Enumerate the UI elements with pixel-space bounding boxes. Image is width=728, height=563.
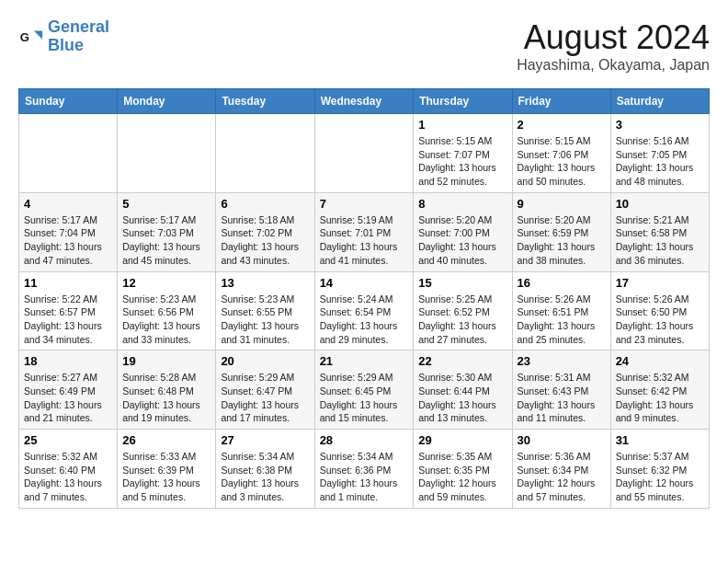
- calendar-cell: 1Sunrise: 5:15 AMSunset: 7:07 PMDaylight…: [414, 114, 512, 193]
- calendar-cell: 22Sunrise: 5:30 AMSunset: 6:44 PMDayligh…: [414, 350, 512, 430]
- day-number: 6: [221, 197, 309, 211]
- day-info: Sunrise: 5:18 AMSunset: 7:02 PMDaylight:…: [221, 213, 309, 268]
- calendar-cell: 20Sunrise: 5:29 AMSunset: 6:47 PMDayligh…: [216, 350, 314, 430]
- calendar-cell: 25Sunrise: 5:32 AMSunset: 6:40 PMDayligh…: [19, 430, 118, 509]
- week-row-4: 18Sunrise: 5:27 AMSunset: 6:49 PMDayligh…: [19, 350, 710, 430]
- day-number: 17: [616, 276, 704, 290]
- calendar-cell: 28Sunrise: 5:34 AMSunset: 6:36 PMDayligh…: [314, 430, 414, 509]
- day-info: Sunrise: 5:26 AMSunset: 6:50 PMDaylight:…: [616, 293, 704, 347]
- day-number: 8: [418, 197, 506, 211]
- day-info: Sunrise: 5:19 AMSunset: 7:01 PMDaylight:…: [320, 213, 409, 268]
- calendar-cell: 19Sunrise: 5:28 AMSunset: 6:48 PMDayligh…: [118, 350, 216, 430]
- week-row-1: 1Sunrise: 5:15 AMSunset: 7:07 PMDaylight…: [19, 114, 710, 193]
- day-number: 20: [221, 354, 309, 368]
- calendar-cell: 9Sunrise: 5:20 AMSunset: 6:59 PMDaylight…: [512, 192, 610, 271]
- day-info: Sunrise: 5:35 AMSunset: 6:35 PMDaylight:…: [418, 450, 506, 504]
- calendar-cell: 30Sunrise: 5:36 AMSunset: 6:34 PMDayligh…: [512, 430, 610, 509]
- day-number: 2: [518, 118, 606, 132]
- day-info: Sunrise: 5:30 AMSunset: 6:44 PMDaylight:…: [418, 371, 506, 425]
- calendar-cell: 6Sunrise: 5:18 AMSunset: 7:02 PMDaylight…: [216, 192, 314, 271]
- day-info: Sunrise: 5:37 AMSunset: 6:32 PMDaylight:…: [616, 450, 704, 504]
- day-info: Sunrise: 5:15 AMSunset: 7:06 PMDaylight:…: [518, 134, 606, 189]
- day-number: 10: [616, 197, 704, 211]
- day-number: 14: [320, 276, 409, 290]
- day-number: 30: [518, 433, 606, 447]
- weekday-header-tuesday: Tuesday: [216, 89, 314, 114]
- day-number: 16: [518, 276, 606, 290]
- day-info: Sunrise: 5:25 AMSunset: 6:52 PMDaylight:…: [418, 293, 506, 347]
- day-number: 26: [122, 433, 210, 447]
- calendar-cell: 26Sunrise: 5:33 AMSunset: 6:39 PMDayligh…: [118, 430, 216, 509]
- calendar-cell: 16Sunrise: 5:26 AMSunset: 6:51 PMDayligh…: [512, 271, 610, 350]
- calendar-cell: 24Sunrise: 5:32 AMSunset: 6:42 PMDayligh…: [610, 350, 709, 430]
- logo: G General Blue: [18, 18, 109, 55]
- calendar-cell: [19, 114, 118, 193]
- day-info: Sunrise: 5:20 AMSunset: 6:59 PMDaylight:…: [518, 213, 606, 268]
- day-number: 23: [518, 354, 606, 368]
- week-row-2: 4Sunrise: 5:17 AMSunset: 7:04 PMDaylight…: [19, 192, 710, 271]
- day-info: Sunrise: 5:34 AMSunset: 6:36 PMDaylight:…: [320, 450, 409, 504]
- day-number: 15: [418, 276, 506, 290]
- day-number: 3: [616, 118, 704, 132]
- week-row-3: 11Sunrise: 5:22 AMSunset: 6:57 PMDayligh…: [19, 271, 710, 350]
- calendar-cell: [118, 114, 216, 193]
- calendar-cell: 8Sunrise: 5:20 AMSunset: 7:00 PMDaylight…: [414, 192, 512, 271]
- svg-marker-1: [34, 30, 42, 39]
- day-number: 31: [616, 433, 704, 447]
- day-info: Sunrise: 5:15 AMSunset: 7:07 PMDaylight:…: [418, 134, 506, 189]
- day-info: Sunrise: 5:32 AMSunset: 6:42 PMDaylight:…: [616, 371, 704, 425]
- calendar-cell: 15Sunrise: 5:25 AMSunset: 6:52 PMDayligh…: [414, 271, 512, 350]
- day-number: 22: [418, 354, 506, 368]
- day-number: 11: [24, 276, 112, 290]
- month-title: August 2024: [517, 18, 710, 57]
- day-info: Sunrise: 5:29 AMSunset: 6:47 PMDaylight:…: [221, 371, 309, 425]
- day-info: Sunrise: 5:21 AMSunset: 6:58 PMDaylight:…: [616, 213, 704, 268]
- day-info: Sunrise: 5:33 AMSunset: 6:39 PMDaylight:…: [122, 450, 210, 504]
- day-info: Sunrise: 5:23 AMSunset: 6:55 PMDaylight:…: [221, 293, 309, 347]
- day-number: 5: [122, 197, 210, 211]
- day-info: Sunrise: 5:16 AMSunset: 7:05 PMDaylight:…: [616, 134, 704, 189]
- day-info: Sunrise: 5:27 AMSunset: 6:49 PMDaylight:…: [24, 371, 112, 425]
- calendar-cell: 17Sunrise: 5:26 AMSunset: 6:50 PMDayligh…: [610, 271, 709, 350]
- day-info: Sunrise: 5:26 AMSunset: 6:51 PMDaylight:…: [518, 293, 606, 347]
- calendar-cell: 14Sunrise: 5:24 AMSunset: 6:54 PMDayligh…: [314, 271, 414, 350]
- day-number: 24: [616, 354, 704, 368]
- day-number: 4: [24, 197, 112, 211]
- calendar-cell: 27Sunrise: 5:34 AMSunset: 6:38 PMDayligh…: [216, 430, 314, 509]
- day-info: Sunrise: 5:20 AMSunset: 7:00 PMDaylight:…: [418, 213, 506, 268]
- calendar-cell: 31Sunrise: 5:37 AMSunset: 6:32 PMDayligh…: [610, 430, 709, 509]
- day-number: 18: [24, 354, 112, 368]
- day-info: Sunrise: 5:23 AMSunset: 6:56 PMDaylight:…: [122, 293, 210, 347]
- day-number: 21: [320, 354, 409, 368]
- day-number: 28: [320, 433, 409, 447]
- day-info: Sunrise: 5:34 AMSunset: 6:38 PMDaylight:…: [221, 450, 309, 504]
- svg-text:G: G: [20, 29, 29, 43]
- calendar-cell: 21Sunrise: 5:29 AMSunset: 6:45 PMDayligh…: [314, 350, 414, 430]
- day-number: 1: [418, 118, 506, 132]
- calendar-cell: [216, 114, 314, 193]
- day-number: 27: [221, 433, 309, 447]
- day-info: Sunrise: 5:29 AMSunset: 6:45 PMDaylight:…: [320, 371, 409, 425]
- day-number: 25: [24, 433, 112, 447]
- logo-text-line2: Blue: [48, 37, 109, 55]
- day-number: 19: [122, 354, 210, 368]
- weekday-header-sunday: Sunday: [19, 89, 118, 114]
- calendar-cell: 4Sunrise: 5:17 AMSunset: 7:04 PMDaylight…: [19, 192, 118, 271]
- day-info: Sunrise: 5:36 AMSunset: 6:34 PMDaylight:…: [518, 450, 606, 504]
- calendar-cell: 23Sunrise: 5:31 AMSunset: 6:43 PMDayligh…: [512, 350, 610, 430]
- day-number: 12: [122, 276, 210, 290]
- day-number: 13: [221, 276, 309, 290]
- day-info: Sunrise: 5:24 AMSunset: 6:54 PMDaylight:…: [320, 293, 409, 347]
- week-row-5: 25Sunrise: 5:32 AMSunset: 6:40 PMDayligh…: [19, 430, 710, 509]
- location: Hayashima, Okayama, Japan: [517, 57, 710, 74]
- calendar-cell: 3Sunrise: 5:16 AMSunset: 7:05 PMDaylight…: [610, 114, 709, 193]
- day-info: Sunrise: 5:31 AMSunset: 6:43 PMDaylight:…: [518, 371, 606, 425]
- calendar-cell: 13Sunrise: 5:23 AMSunset: 6:55 PMDayligh…: [216, 271, 314, 350]
- calendar-cell: [314, 114, 414, 193]
- day-info: Sunrise: 5:22 AMSunset: 6:57 PMDaylight:…: [24, 293, 112, 347]
- day-info: Sunrise: 5:17 AMSunset: 7:03 PMDaylight:…: [122, 213, 210, 268]
- weekday-header-friday: Friday: [512, 89, 610, 114]
- page-header: G General Blue August 2024 Hayashima, Ok…: [18, 18, 710, 74]
- calendar-cell: 5Sunrise: 5:17 AMSunset: 7:03 PMDaylight…: [118, 192, 216, 271]
- calendar-cell: 11Sunrise: 5:22 AMSunset: 6:57 PMDayligh…: [19, 271, 118, 350]
